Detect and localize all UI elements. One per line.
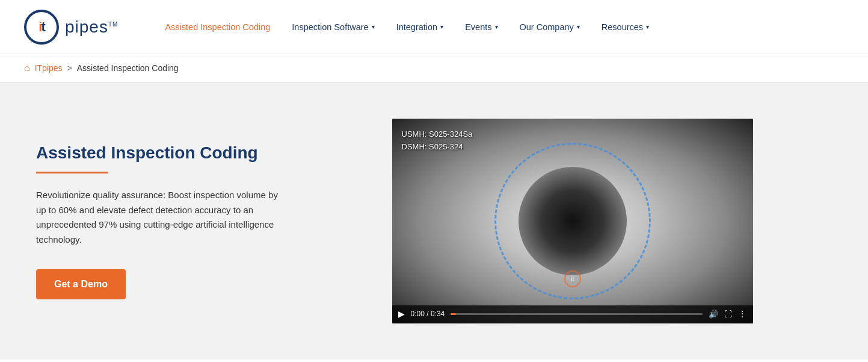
nav-item-inspection-software[interactable]: Inspection Software ▾	[281, 0, 385, 54]
hero-divider	[36, 172, 108, 173]
nav-item-assisted-inspection-coding[interactable]: Assisted Inspection Coding	[154, 0, 281, 54]
logo-icon: it	[24, 10, 59, 45]
hero-title: Assisted Inspection Coding	[36, 143, 289, 163]
nav-item-our-company[interactable]: Our Company ▾	[509, 0, 591, 54]
breadcrumb-current: Assisted Inspection Coding	[77, 63, 179, 73]
video-time: 0:00 / 0:34	[411, 310, 445, 318]
video-progress-fill	[451, 313, 455, 315]
logo-link[interactable]: it pipesTM	[24, 10, 118, 45]
video-thumbnail: USMH: S025-324Sa DSMH: S025-324 it	[392, 119, 753, 323]
fullscreen-button[interactable]: ⛶	[724, 310, 732, 319]
main-nav: Assisted Inspection Coding Inspection So…	[154, 0, 844, 54]
chevron-down-icon: ▾	[495, 23, 498, 30]
volume-button[interactable]: 🔊	[709, 310, 718, 319]
video-controls-bar: ▶ 0:00 / 0:34 🔊 ⛶ ⋮	[392, 305, 753, 323]
nav-item-integration[interactable]: Integration ▾	[386, 0, 455, 54]
breadcrumb-home-link[interactable]: ITpipes	[35, 63, 63, 73]
home-icon: ⌂	[24, 63, 30, 73]
breadcrumb-separator: >	[67, 63, 72, 73]
hero-section: Assisted Inspection Coding Revolutionize…	[0, 83, 868, 360]
header: it pipesTM Assisted Inspection Coding In…	[0, 0, 868, 54]
video-player[interactable]: USMH: S025-324Sa DSMH: S025-324 it ▶ 0:0…	[392, 119, 753, 323]
nav-item-resources[interactable]: Resources ▾	[591, 0, 660, 54]
play-button[interactable]: ▶	[398, 309, 405, 319]
video-overlay-text: USMH: S025-324Sa DSMH: S025-324	[402, 128, 473, 154]
video-watermark: it	[564, 270, 581, 287]
nav-item-events[interactable]: Events ▾	[454, 0, 508, 54]
more-options-button[interactable]: ⋮	[738, 309, 747, 319]
breadcrumb: ⌂ ITpipes > Assisted Inspection Coding	[0, 54, 868, 83]
hero-video-area: USMH: S025-324Sa DSMH: S025-324 it ▶ 0:0…	[325, 119, 820, 323]
chevron-down-icon: ▾	[646, 23, 649, 30]
chevron-down-icon: ▾	[372, 23, 375, 30]
logo-text: pipesTM	[65, 17, 118, 37]
hero-content: Assisted Inspection Coding Revolutionize…	[36, 143, 289, 299]
get-demo-button[interactable]: Get a Demo	[36, 269, 126, 299]
chevron-down-icon: ▾	[440, 23, 443, 30]
hero-description: Revolutionize quality assurance: Boost i…	[36, 188, 289, 248]
chevron-down-icon: ▾	[577, 23, 580, 30]
video-progress-bar[interactable]	[451, 313, 702, 315]
